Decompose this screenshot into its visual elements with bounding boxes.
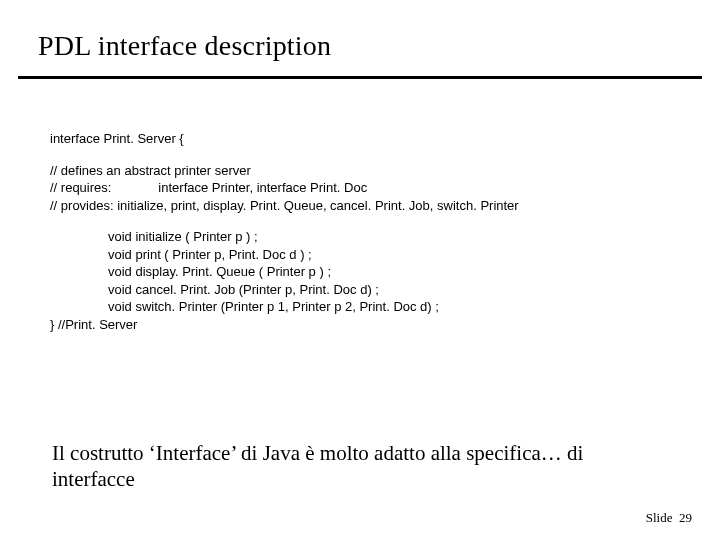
footer-label: Slide — [646, 510, 673, 525]
code-line: interface Print. Server { — [50, 130, 519, 148]
title-underline — [18, 76, 702, 79]
code-line: void cancel. Print. Job (Printer p, Prin… — [50, 281, 519, 299]
code-line: void initialize ( Printer p ) ; — [50, 228, 519, 246]
slide: PDL interface description interface Prin… — [0, 0, 720, 540]
code-line: void switch. Printer (Printer p 1, Print… — [50, 298, 519, 316]
code-line: void display. Print. Queue ( Printer p )… — [50, 263, 519, 281]
slide-number: 29 — [679, 510, 692, 525]
comment-text: Il costrutto ‘Interface’ di Java è molto… — [52, 440, 660, 493]
code-line: // defines an abstract printer server — [50, 162, 519, 180]
code-line: void print ( Printer p, Print. Doc d ) ; — [50, 246, 519, 264]
code-block: interface Print. Server { // defines an … — [50, 130, 519, 333]
slide-title: PDL interface description — [38, 30, 331, 62]
slide-footer: Slide 29 — [646, 510, 692, 526]
code-line: } //Print. Server — [50, 316, 519, 334]
code-line: // requires: interface Printer, interfac… — [50, 179, 519, 197]
code-line: // provides: initialize, print, display.… — [50, 197, 519, 215]
blank-line — [50, 148, 519, 162]
blank-line — [50, 214, 519, 228]
